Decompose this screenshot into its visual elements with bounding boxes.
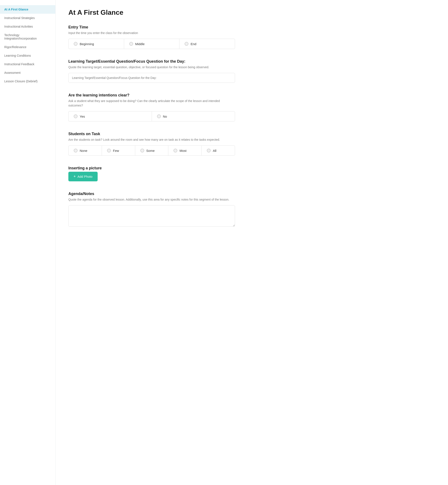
add-photo-label: Add Photo	[78, 175, 93, 178]
entry-time-option-beginning[interactable]: Beginning	[68, 39, 124, 49]
sidebar-item-at-a-first-glance[interactable]: At A First Glance	[0, 5, 55, 14]
sidebar-item-instructional-strategies[interactable]: Instructional Strategies	[0, 14, 55, 22]
radio-circle	[74, 42, 78, 46]
agenda-notes-title: Agenda/Notes	[68, 192, 235, 196]
entry-time-section: Entry Time Input the time you enter the …	[68, 25, 235, 49]
agenda-notes-desc: Quote the agenda for the observed lesson…	[68, 197, 235, 202]
radio-circle	[129, 42, 133, 46]
radio-circle	[140, 149, 144, 152]
learning-intentions-section: Are the learning intentions clear? Ask a…	[68, 93, 235, 122]
students-on-task-option-all[interactable]: All	[201, 145, 235, 156]
learning-target-desc: Quote the learning target, essential que…	[68, 65, 235, 69]
students-on-task-section: Students on Task Are the students on tas…	[68, 132, 235, 156]
sidebar: At A First GlanceInstructional Strategie…	[0, 0, 56, 485]
learning-intentions-desc: Ask a student what they are supposed to …	[68, 99, 235, 108]
students-on-task-option-some[interactable]: Some	[135, 145, 168, 156]
entry-time-title: Entry Time	[68, 25, 235, 30]
radio-circle	[74, 115, 78, 118]
learning-target-input[interactable]	[68, 73, 235, 83]
radio-circle	[207, 149, 211, 152]
sidebar-item-instructional-activities[interactable]: Instructional Activities	[0, 22, 55, 31]
entry-time-option-end[interactable]: End	[179, 39, 235, 49]
entry-time-options: BeginningMiddleEnd	[68, 39, 235, 49]
entry-time-desc: Input the time you enter the class for t…	[68, 31, 235, 35]
students-on-task-desc: Are the students on task? Look around th…	[68, 138, 235, 142]
learning-intentions-options: YesNo	[68, 111, 235, 122]
sidebar-item-learning-conditions[interactable]: Learning Conditions	[0, 51, 55, 60]
students-on-task-options: NoneFewSomeMostAll	[68, 145, 235, 156]
learning-intentions-option-yes[interactable]: Yes	[68, 111, 152, 122]
sidebar-item-rigor-relevance[interactable]: Rigor/Relevance	[0, 43, 55, 51]
radio-circle	[107, 149, 111, 152]
radio-circle	[174, 149, 177, 152]
students-on-task-option-most[interactable]: Most	[168, 145, 201, 156]
learning-target-title: Learning Target/Essential Question/Focus…	[68, 59, 235, 64]
students-on-task-option-none[interactable]: None	[68, 145, 102, 156]
radio-circle	[157, 115, 161, 118]
sidebar-item-lesson-closure[interactable]: Lesson Closure (Debrief)	[0, 77, 55, 86]
radio-circle	[74, 149, 78, 152]
page-title: At A First Glance	[68, 8, 235, 16]
learning-intentions-title: Are the learning intentions clear?	[68, 93, 235, 98]
learning-target-section: Learning Target/Essential Question/Focus…	[68, 59, 235, 83]
students-on-task-option-few[interactable]: Few	[102, 145, 135, 156]
inserting-picture-title: Inserting a picture	[68, 166, 235, 170]
learning-intentions-option-no[interactable]: No	[152, 111, 235, 122]
sidebar-item-assessment[interactable]: Assessment	[0, 68, 55, 77]
sidebar-item-instructional-feedback[interactable]: Instructional Feedback	[0, 60, 55, 68]
add-photo-icon: +	[73, 174, 76, 179]
add-photo-button[interactable]: + Add Photo	[68, 172, 98, 181]
students-on-task-title: Students on Task	[68, 132, 235, 136]
main-content: At A First Glance Entry Time Input the t…	[56, 0, 248, 485]
inserting-picture-section: Inserting a picture + Add Photo	[68, 166, 235, 181]
agenda-notes-textarea[interactable]	[68, 205, 235, 227]
radio-circle	[184, 42, 188, 46]
sidebar-item-technology-integration[interactable]: Technology Integration/Incorporation	[0, 31, 55, 43]
agenda-notes-section: Agenda/Notes Quote the agenda for the ob…	[68, 192, 235, 228]
entry-time-option-middle[interactable]: Middle	[124, 39, 179, 49]
